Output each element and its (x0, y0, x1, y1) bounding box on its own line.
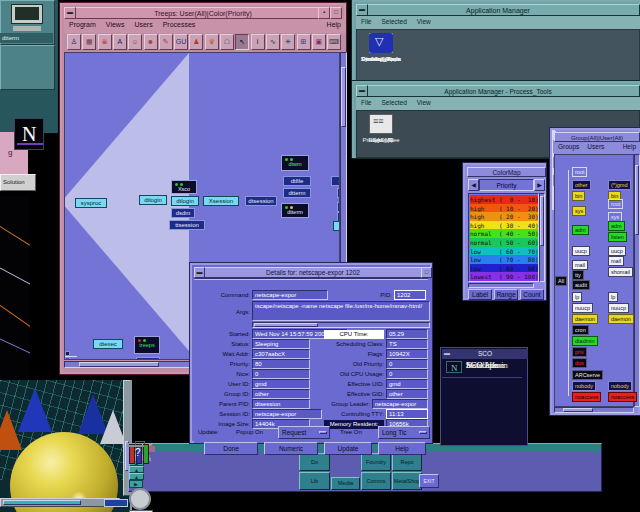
workspace-button-foundry[interactable]: Foundry (361, 453, 391, 471)
group-node-lp[interactable]: lp (572, 292, 582, 302)
window-menu-button[interactable]: ▬ (64, 7, 76, 19)
field-effectivegid[interactable]: other (386, 389, 428, 399)
group-node-ARCserve[interactable]: ARCserve (572, 370, 603, 380)
field-command[interactable]: netscape-expor (252, 290, 328, 300)
process-node-square[interactable] (65, 357, 70, 360)
user-node-nuucp[interactable]: nuucp (608, 303, 629, 313)
field-oldpriority[interactable]: 0 (386, 359, 428, 369)
group-node-adm[interactable]: adm (572, 225, 589, 235)
run-person-icon[interactable]: ♙ (67, 34, 81, 50)
tree-node-dsdm[interactable]: dsdm (171, 208, 195, 218)
user-node-daemon[interactable]: daemon (608, 314, 634, 324)
tree-node-dtwm[interactable]: dtwm (281, 155, 309, 171)
colormap-prev-button[interactable]: ◀ (468, 179, 479, 191)
tree-node-sysproc[interactable]: sysproc (75, 198, 107, 208)
status-buttons[interactable] (104, 499, 128, 507)
field-parentpid[interactable]: dtsession (252, 399, 310, 409)
minimize-button[interactable]: ▪ (318, 7, 330, 19)
field-args[interactable]: tscape/netscape -name netscape file:/usr… (252, 301, 430, 321)
info-icon[interactable]: i (251, 34, 265, 50)
colormap-next-button[interactable]: ▶ (534, 179, 545, 191)
group-node-daemon[interactable]: daemon (572, 314, 598, 324)
user-node-mail[interactable]: mail (608, 256, 624, 266)
user-node-gmd[interactable]: (*)gmd (608, 180, 631, 190)
solution-button-fragment[interactable]: Solution (0, 174, 36, 191)
group-node-other[interactable]: other (572, 180, 591, 190)
group-node-noaccess[interactable]: noaccess (572, 392, 601, 402)
window-menu-button[interactable]: ▬ (356, 85, 368, 97)
args-scrollbar[interactable] (252, 322, 430, 328)
tree-node-dtsession[interactable]: dtsession (245, 196, 277, 206)
app-manager-titlebar[interactable]: Application Manager (356, 4, 640, 16)
tree-node-treeps[interactable]: treeps (134, 336, 160, 354)
users-group-icon[interactable]: ☻ (144, 34, 158, 50)
group-node-uucp[interactable]: uucp (572, 246, 590, 256)
colormap-button-range[interactable]: Range (494, 289, 518, 300)
group-node-nobody[interactable]: nobody (572, 381, 596, 391)
menu-item-processes[interactable]: Processes (158, 19, 201, 30)
sco-titlebar[interactable]: SCO (442, 349, 528, 359)
pointer-icon[interactable]: ↖ (235, 34, 249, 50)
wheel-icon[interactable]: ✳ (281, 34, 295, 50)
sco-item-netscape[interactable]: NNetscape (442, 414, 526, 432)
dtterm-minimized-icon[interactable]: dtterm (0, 45, 55, 90)
tree-node-Xsession[interactable]: Xsession (203, 196, 239, 206)
field-oldcpuusage[interactable]: 0 (386, 369, 428, 379)
sort-ab-icon[interactable]: A (113, 34, 127, 50)
tree-node-dtlogin[interactable]: dtlogin (139, 195, 167, 205)
group-node-dtadmin[interactable]: dtadmin (572, 336, 598, 346)
clock-icon[interactable] (129, 488, 151, 510)
group-node-priv[interactable]: priv (572, 347, 587, 357)
keyboard-icon[interactable]: ⌨ (327, 34, 341, 50)
exit-button[interactable]: EXIT (419, 474, 439, 488)
thumb[interactable] (254, 323, 318, 327)
user-node-shomail[interactable]: shomail (608, 267, 633, 277)
group-user-icon[interactable]: GU (174, 34, 188, 50)
group-node-nuucp[interactable]: nuucp (572, 303, 593, 313)
field-groupid[interactable]: other (252, 389, 310, 399)
workspace-button-do[interactable]: Do (299, 453, 330, 471)
group-node-root[interactable]: root (572, 167, 587, 177)
workspace-button-repo[interactable]: Repo (392, 453, 422, 471)
field-userid[interactable]: gmd (252, 379, 310, 389)
popup-on-dropdown[interactable]: Request (278, 426, 330, 439)
tree-node-dtterm[interactable]: dtterm (281, 203, 309, 218)
group-node-all[interactable]: All (555, 276, 567, 286)
tree-node-dticon[interactable]: dticon (136, 357, 160, 360)
field-priority[interactable]: 80 (252, 359, 310, 369)
menu-item-users[interactable]: Users (129, 19, 157, 30)
group-node-bin[interactable]: bin (572, 191, 585, 201)
menu-item-groups[interactable]: Groups (554, 142, 583, 151)
field-schedulingclass[interactable]: TS (386, 339, 428, 349)
numeric-button[interactable]: Numeric (264, 442, 318, 455)
subpanel-arrow-tab[interactable]: ▲ (129, 466, 144, 473)
group-vertical-scrollbar[interactable] (634, 154, 640, 407)
paint-icon[interactable]: ✎ (159, 34, 173, 50)
menu-item-file[interactable]: File (356, 16, 376, 27)
colormap-titlebar[interactable]: ColorMap (467, 167, 546, 177)
signal-icon[interactable]: ∿ (266, 34, 280, 50)
user-node-root[interactable]: root (608, 199, 623, 209)
field-pid[interactable]: 1202 (394, 290, 426, 300)
window-menu-button[interactable]: ▬ (356, 4, 368, 16)
tree-node-ksh[interactable]: ksh (333, 221, 340, 231)
tree-node-ttsession[interactable]: ttsession (169, 220, 205, 230)
users-pair-icon[interactable]: ☺ (128, 34, 142, 50)
org-chart-icon[interactable]: ▣ (312, 34, 326, 50)
group-node-mail[interactable]: mail (572, 260, 588, 270)
group-node-tty[interactable]: tty (572, 270, 584, 280)
colormap-button-count[interactable]: Count (520, 289, 544, 300)
window-menu-button[interactable]: ▬ (442, 349, 452, 359)
subpanel-arrow-tab[interactable]: ▲ (129, 473, 144, 480)
user-node-lp[interactable]: lp (608, 292, 618, 302)
tree-on-dropdown[interactable]: Long Tic (378, 426, 430, 439)
tree-node-Xsco[interactable]: Xsco (171, 180, 197, 194)
workspace-button-metalshop[interactable]: MetalShop (392, 472, 422, 490)
menu-item-view[interactable]: View (412, 16, 436, 27)
menu-item-program[interactable]: Program (64, 19, 101, 30)
user-node-listen[interactable]: listen (608, 232, 627, 242)
tree-node-dtterm[interactable]: dtterm (283, 188, 311, 198)
menu-item-selected[interactable]: Selected (376, 97, 411, 108)
ghost-icon[interactable]: ☖ (220, 34, 234, 50)
window-menu-button[interactable]: ▬ (194, 267, 205, 278)
